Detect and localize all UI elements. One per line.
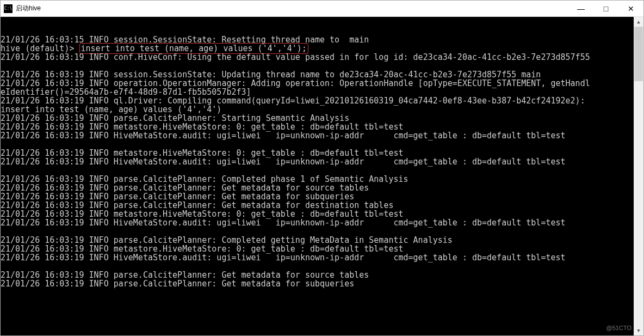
terminal-line: 21/01/26 16:03:19 INFO metastore.HiveMet… [1,149,634,157]
minimize-button[interactable]: — [568,1,593,17]
maximize-button[interactable]: □ [593,1,618,17]
scroll-down-button[interactable]: ▼ [634,326,643,335]
terminal-line: 21/01/26 16:03:19 INFO parse.CalcitePlan… [1,236,634,245]
terminal-area[interactable]: 21/01/26 16:03:15 INFO session.SessionSt… [1,17,643,335]
terminal-line: 21/01/26 16:03:19 INFO metastore.HiveMet… [1,123,634,131]
titlebar[interactable]: C:\ 启动hive — □ ✕ [1,1,643,17]
watermark-text: @51CTO [606,323,631,332]
terminal-line: 21/01/26 16:03:19 INFO parse.CalcitePlan… [1,271,634,279]
terminal-line: 21/01/26 16:03:19 INFO ql.Driver: Compil… [1,96,634,105]
terminal-line [1,62,634,70]
window-title: 启动hive [16,4,568,13]
terminal-line: 21/01/26 16:03:19 INFO parse.CalcitePlan… [1,114,634,123]
terminal-line: hive (default)> insert into test (name, … [1,44,634,53]
terminal-line: 21/01/26 16:03:19 INFO conf.HiveConf: Us… [1,53,634,62]
scroll-thumb[interactable] [634,27,643,81]
terminal-line: 21/01/26 16:03:19 INFO HiveMetaStore.aud… [1,253,634,262]
terminal-line: 21/01/26 16:03:19 INFO HiveMetaStore.aud… [1,157,634,166]
terminal-line: 21/01/26 16:03:19 INFO session.SessionSt… [1,70,634,79]
terminal-line [1,27,634,35]
terminal-line [1,262,634,271]
close-button[interactable]: ✕ [618,1,643,17]
terminal-line: 21/01/26 16:03:19 INFO parse.CalcitePlan… [1,279,634,288]
cmd-icon: C:\ [4,4,13,13]
terminal-line: 21/01/26 16:03:19 INFO operation.Operati… [1,79,634,88]
terminal-line: 21/01/26 16:03:19 INFO metastore.HiveMet… [1,245,634,253]
terminal-output: 21/01/26 16:03:15 INFO session.SessionSt… [1,17,634,288]
scroll-up-button[interactable]: ▲ [634,17,643,27]
vertical-scrollbar[interactable]: ▲ ▼ [634,17,643,335]
console-window: C:\ 启动hive — □ ✕ 21/01/26 16:03:15 INFO … [0,0,644,336]
terminal-line [1,227,634,236]
terminal-line: insert into test (name, age) values ('4'… [1,105,634,114]
terminal-line: eIdentifier()=29564a7b-e7f4-48d9-87d1-fb… [1,88,634,96]
terminal-line [1,140,634,149]
terminal-line: 21/01/26 16:03:19 INFO parse.CalcitePlan… [1,201,634,210]
terminal-line: 21/01/26 16:03:19 INFO parse.CalcitePlan… [1,192,634,201]
terminal-line: 21/01/26 16:03:19 INFO parse.CalcitePlan… [1,175,634,184]
terminal-line: 21/01/26 16:03:19 INFO HiveMetaStore.aud… [1,131,634,140]
terminal-line [1,166,634,175]
terminal-line: 21/01/26 16:03:19 INFO parse.CalcitePlan… [1,184,634,192]
terminal-line: 21/01/26 16:03:19 INFO HiveMetaStore.aud… [1,218,634,227]
terminal-line: 21/01/26 16:03:19 INFO metastore.HiveMet… [1,210,634,218]
